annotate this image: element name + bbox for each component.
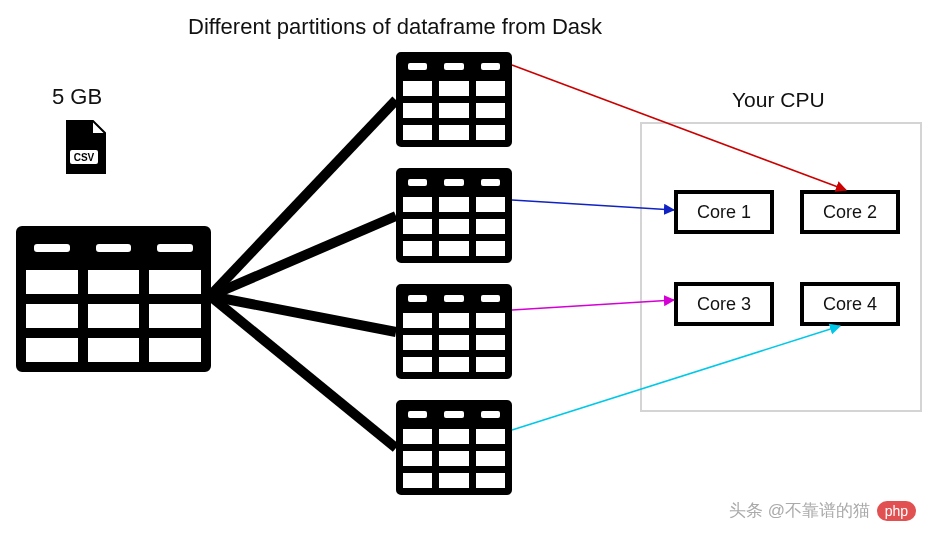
core-3: Core 3 xyxy=(674,282,774,326)
partition-3-icon xyxy=(396,284,512,379)
core-2: Core 2 xyxy=(800,190,900,234)
fanout-line-4 xyxy=(210,296,396,448)
core-1: Core 1 xyxy=(674,190,774,234)
watermark-text: 头条 @不靠谱的猫 xyxy=(729,501,870,520)
csv-badge-text: CSV xyxy=(74,152,95,163)
fanout-line-1 xyxy=(210,100,396,296)
watermark-badge: php xyxy=(877,501,916,521)
cpu-label: Your CPU xyxy=(732,88,825,112)
diagram-title: Different partitions of dataframe from D… xyxy=(188,14,602,40)
csv-file-icon: CSV xyxy=(62,120,106,174)
fanout-line-3 xyxy=(210,296,396,332)
partition-2-icon xyxy=(396,168,512,263)
watermark: 头条 @不靠谱的猫 php xyxy=(729,499,916,522)
source-dataframe-icon xyxy=(16,226,211,372)
partition-4-icon xyxy=(396,400,512,495)
cpu-box xyxy=(640,122,922,412)
fanout-line-2 xyxy=(210,216,396,296)
partition-1-icon xyxy=(396,52,512,147)
core-4: Core 4 xyxy=(800,282,900,326)
filesize-label: 5 GB xyxy=(52,84,102,110)
